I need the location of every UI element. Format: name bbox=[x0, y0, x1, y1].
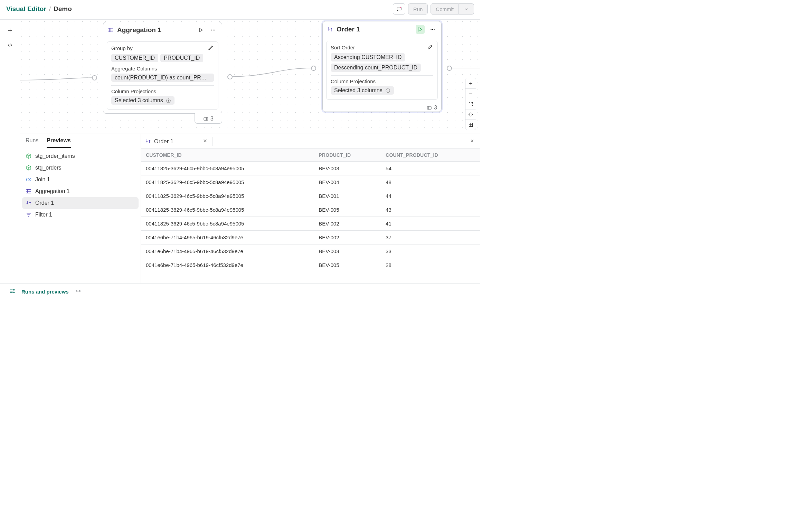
model-icon bbox=[26, 165, 32, 171]
breadcrumb-page: Demo bbox=[54, 5, 72, 13]
table-cell: 00411825-3629-46c5-9bbc-5c8a94e95005 bbox=[141, 162, 314, 175]
table-cell: BEV-003 bbox=[314, 162, 381, 175]
svg-point-7 bbox=[434, 29, 434, 30]
node-order[interactable]: Order 1 Sort Order bbox=[322, 21, 442, 112]
target-icon bbox=[468, 112, 473, 117]
code-view-button[interactable] bbox=[7, 42, 13, 49]
chip: count(PRODUCT_ID) as count_PROD… bbox=[111, 74, 214, 82]
sidebar-item-model[interactable]: stg_order_items bbox=[22, 150, 139, 162]
svg-rect-12 bbox=[471, 123, 472, 125]
fit-view-button[interactable] bbox=[465, 99, 476, 109]
tab-runs[interactable]: Runs bbox=[26, 137, 38, 148]
zoom-in-button[interactable] bbox=[465, 78, 476, 88]
pencil-icon bbox=[427, 44, 433, 50]
node-title: Aggregation 1 bbox=[117, 26, 161, 34]
svg-point-18 bbox=[13, 292, 15, 293]
column-header[interactable]: CUSTOMER_ID bbox=[141, 149, 314, 162]
svg-point-17 bbox=[13, 289, 15, 290]
minimap-button[interactable] bbox=[465, 119, 476, 130]
sidebar-item-label: stg_order_items bbox=[35, 153, 75, 159]
topbar: Visual Editor / Demo Run Commit bbox=[0, 0, 480, 19]
table-row[interactable]: 0041e6be-71b4-4965-b619-46cf532d9e7eBEV-… bbox=[141, 258, 480, 272]
sidebar-item-filter[interactable]: Filter 1 bbox=[22, 209, 139, 221]
sidebar-item-join[interactable]: Join 1 bbox=[22, 174, 139, 185]
sidebar-item-agg[interactable]: Aggregation 1 bbox=[22, 185, 139, 197]
port-out-aggregation[interactable] bbox=[227, 74, 233, 79]
footer-runs-previews[interactable]: Runs and previews bbox=[21, 289, 69, 295]
add-node-button[interactable] bbox=[7, 27, 13, 35]
table-cell: 00411825-3629-46c5-9bbc-5c8a94e95005 bbox=[141, 217, 314, 231]
topbar-actions: Run Commit bbox=[393, 3, 474, 15]
svg-rect-14 bbox=[471, 125, 472, 126]
port-in-aggregation[interactable] bbox=[92, 75, 97, 80]
svg-point-6 bbox=[432, 29, 433, 30]
sort-chips: Ascending CUSTOMER_ID Descending count_P… bbox=[331, 53, 433, 72]
commit-button[interactable]: Commit bbox=[431, 3, 459, 15]
grid-icon bbox=[468, 122, 473, 127]
table-cell: 37 bbox=[381, 231, 480, 244]
table-row[interactable]: 00411825-3629-46c5-9bbc-5c8a94e95005BEV-… bbox=[141, 175, 480, 189]
table-row[interactable]: 00411825-3629-46c5-9bbc-5c8a94e95005BEV-… bbox=[141, 203, 480, 217]
column-header[interactable]: PRODUCT_ID bbox=[314, 149, 381, 162]
table-cell: BEV-001 bbox=[314, 189, 381, 203]
chip-projection[interactable]: Selected 3 columns bbox=[111, 96, 174, 105]
column-header[interactable]: COUNT_PRODUCT_ID bbox=[381, 149, 480, 162]
node-menu-button[interactable] bbox=[209, 26, 218, 35]
recenter-button[interactable] bbox=[465, 109, 476, 119]
breadcrumb-root[interactable]: Visual Editor bbox=[6, 5, 46, 13]
table-row[interactable]: 00411825-3629-46c5-9bbc-5c8a94e95005BEV-… bbox=[141, 162, 480, 175]
node-menu-button[interactable] bbox=[428, 25, 437, 34]
table-row[interactable]: 0041e6be-71b4-4965-b619-46cf532d9e7eBEV-… bbox=[141, 231, 480, 244]
commit-menu-button[interactable] bbox=[459, 3, 474, 15]
svg-point-10 bbox=[469, 113, 472, 116]
info-icon bbox=[166, 98, 171, 103]
bottom-panel: Runs Previews stg_order_itemsstg_ordersJ… bbox=[20, 134, 480, 283]
svg-point-20 bbox=[79, 290, 80, 292]
groupby-chips: CUSTOMER_ID PRODUCT_ID bbox=[111, 54, 214, 62]
breadcrumb: Visual Editor / Demo bbox=[6, 5, 72, 13]
zoom-out-button[interactable] bbox=[465, 88, 476, 99]
chip-projection[interactable]: Selected 3 columns bbox=[331, 86, 394, 95]
info-icon bbox=[385, 88, 390, 93]
port-out-order[interactable] bbox=[447, 66, 452, 71]
edit-button[interactable] bbox=[208, 45, 214, 52]
table-row[interactable]: 00411825-3629-46c5-9bbc-5c8a94e95005BEV-… bbox=[141, 189, 480, 203]
columns-icon bbox=[427, 105, 432, 111]
table-cell: BEV-003 bbox=[314, 244, 381, 258]
collapse-panel-button[interactable] bbox=[468, 137, 476, 146]
table-cell: 43 bbox=[381, 203, 480, 217]
node-column-count: 3 bbox=[323, 103, 441, 112]
run-node-button[interactable] bbox=[196, 26, 205, 35]
sidebar-item-model[interactable]: stg_orders bbox=[22, 162, 139, 174]
preview-list: stg_order_itemsstg_ordersJoin 1Aggregati… bbox=[20, 148, 141, 223]
play-icon bbox=[417, 26, 423, 32]
port-in-order[interactable] bbox=[311, 66, 316, 71]
canvas[interactable]: Aggregation 1 Group by bbox=[20, 20, 480, 134]
run-button[interactable]: Run bbox=[408, 3, 428, 15]
minus-icon bbox=[468, 91, 473, 96]
tab-previews[interactable]: Previews bbox=[47, 137, 70, 148]
svg-point-2 bbox=[214, 30, 215, 30]
run-node-button[interactable] bbox=[416, 25, 425, 34]
edit-button[interactable] bbox=[427, 44, 433, 51]
table-row[interactable]: 00411825-3629-46c5-9bbc-5c8a94e95005BEV-… bbox=[141, 217, 480, 231]
panel-tabs: Runs Previews bbox=[20, 134, 141, 148]
svg-point-1 bbox=[213, 30, 214, 30]
preview-table: CUSTOMER_IDPRODUCT_IDCOUNT_PRODUCT_ID 00… bbox=[141, 149, 480, 272]
chip: Ascending CUSTOMER_ID bbox=[331, 53, 405, 61]
model-icon bbox=[26, 153, 32, 159]
close-preview-button[interactable] bbox=[201, 137, 209, 146]
left-rail bbox=[0, 20, 20, 283]
canvas-controls bbox=[465, 78, 476, 130]
ai-assist-button[interactable] bbox=[393, 3, 405, 15]
git-branch-icon[interactable] bbox=[75, 288, 81, 295]
sidebar-item-order[interactable]: Order 1 bbox=[22, 197, 139, 209]
footer: Runs and previews bbox=[0, 283, 480, 300]
table-row[interactable]: 0041e6be-71b4-4965-b619-46cf532d9e7eBEV-… bbox=[141, 244, 480, 258]
node-aggregation[interactable]: Aggregation 1 Group by bbox=[103, 22, 222, 114]
table-cell: BEV-004 bbox=[314, 175, 381, 189]
node-title: Order 1 bbox=[337, 26, 360, 33]
table-cell: BEV-002 bbox=[314, 231, 381, 244]
sidebar-item-label: Order 1 bbox=[35, 200, 54, 206]
svg-point-0 bbox=[211, 30, 212, 30]
